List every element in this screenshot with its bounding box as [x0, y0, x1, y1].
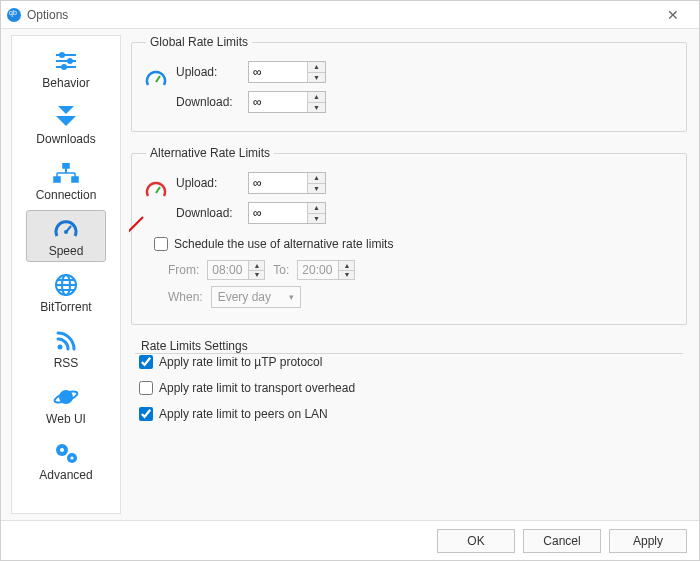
sidebar-item-label: Speed	[49, 244, 84, 258]
spin-up-icon[interactable]: ▲	[308, 203, 325, 214]
chevron-down-icon: ▾	[289, 292, 294, 302]
spin-down-icon[interactable]: ▼	[308, 214, 325, 224]
lan-label: Apply rate limit to peers on LAN	[159, 407, 328, 421]
alt-download-input[interactable]: ▲▼	[248, 202, 326, 224]
svg-line-31	[156, 76, 160, 82]
svg-point-3	[60, 53, 64, 57]
when-select: Every day ▾	[211, 286, 301, 308]
network-icon	[53, 160, 79, 186]
spin-down-icon: ▼	[339, 271, 354, 280]
svg-marker-7	[56, 116, 76, 126]
app-icon	[7, 8, 21, 22]
svg-rect-8	[63, 163, 69, 168]
when-value: Every day	[218, 290, 271, 304]
sidebar-item-label: Connection	[36, 188, 97, 202]
sidebar-item-connection[interactable]: Connection	[26, 154, 106, 206]
options-window: Options ✕ Behavior Downloads Con	[0, 0, 700, 561]
close-button[interactable]: ✕	[653, 7, 693, 23]
to-time-input: ▲▼	[297, 260, 355, 280]
sidebar-item-label: Web UI	[46, 412, 86, 426]
rss-icon	[55, 328, 77, 354]
window-title: Options	[27, 8, 653, 22]
to-label: To:	[273, 263, 289, 277]
download-label: Download:	[176, 206, 248, 220]
sidebar-item-rss[interactable]: RSS	[26, 322, 106, 374]
alt-upload-value[interactable]	[249, 173, 307, 193]
upload-label: Upload:	[176, 176, 248, 190]
planet-icon	[53, 384, 79, 410]
spin-up-icon: ▲	[249, 261, 264, 271]
sliders-icon	[54, 48, 78, 74]
gauge-red-icon	[144, 168, 168, 212]
sidebar-item-label: RSS	[54, 356, 79, 370]
sidebar-item-label: Behavior	[42, 76, 89, 90]
cancel-button[interactable]: Cancel	[523, 529, 601, 553]
schedule-checkbox[interactable]	[154, 237, 168, 251]
spin-down-icon[interactable]: ▼	[308, 103, 325, 113]
from-time-value	[208, 261, 248, 279]
to-time-value	[298, 261, 338, 279]
svg-point-26	[60, 448, 64, 452]
alt-download-value[interactable]	[249, 203, 307, 223]
global-download-value[interactable]	[249, 92, 307, 112]
sidebar-item-advanced[interactable]: Advanced	[26, 434, 106, 486]
overhead-checkbox[interactable]	[139, 381, 153, 395]
svg-rect-10	[72, 177, 78, 182]
from-label: From:	[168, 263, 199, 277]
spin-up-icon[interactable]: ▲	[308, 62, 325, 73]
utp-label: Apply rate limit to µTP protocol	[159, 355, 322, 369]
when-label: When:	[168, 290, 203, 304]
overhead-label: Apply rate limit to transport overhead	[159, 381, 355, 395]
global-download-input[interactable]: ▲▼	[248, 91, 326, 113]
sidebar-item-label: Downloads	[36, 132, 95, 146]
alt-upload-input[interactable]: ▲▼	[248, 172, 326, 194]
footer: OK Cancel Apply	[1, 520, 699, 560]
speed-panel: Global Rate Limits Upload: ▲▼	[129, 35, 689, 514]
spin-up-icon[interactable]: ▲	[308, 173, 325, 184]
svg-point-22	[58, 345, 63, 350]
download-icon	[54, 104, 78, 130]
ok-button[interactable]: OK	[437, 529, 515, 553]
svg-rect-9	[54, 177, 60, 182]
spin-down-icon: ▼	[249, 271, 264, 280]
sidebar-item-behavior[interactable]: Behavior	[26, 42, 106, 94]
sidebar-item-webui[interactable]: Web UI	[26, 378, 106, 430]
schedule-label: Schedule the use of alternative rate lim…	[174, 237, 393, 251]
sidebar-item-bittorrent[interactable]: BitTorrent	[26, 266, 106, 318]
speedometer-icon	[54, 216, 78, 242]
sidebar-item-label: Advanced	[39, 468, 92, 482]
from-time-input: ▲▼	[207, 260, 265, 280]
group-rate-limits-settings: Rate Limits Settings Apply rate limit to…	[131, 339, 687, 430]
svg-marker-6	[58, 106, 74, 114]
sidebar-item-label: BitTorrent	[40, 300, 91, 314]
svg-point-16	[64, 230, 68, 234]
spin-down-icon[interactable]: ▼	[308, 184, 325, 194]
svg-point-5	[62, 65, 66, 69]
spin-up-icon: ▲	[339, 261, 354, 271]
gears-icon	[53, 440, 79, 466]
group-alternative-rate-limits: Alternative Rate Limits Upload: ▲▼	[131, 146, 687, 325]
global-upload-value[interactable]	[249, 62, 307, 82]
globe-icon	[54, 272, 78, 298]
svg-point-28	[70, 456, 73, 459]
svg-point-4	[68, 59, 72, 63]
global-upload-input[interactable]: ▲▼	[248, 61, 326, 83]
titlebar: Options ✕	[1, 1, 699, 29]
sidebar: Behavior Downloads Connection Speed	[11, 35, 121, 514]
body: Behavior Downloads Connection Speed	[1, 29, 699, 520]
sidebar-item-downloads[interactable]: Downloads	[26, 98, 106, 150]
sidebar-item-speed[interactable]: Speed	[26, 210, 106, 262]
svg-line-32	[156, 187, 160, 193]
utp-checkbox[interactable]	[139, 355, 153, 369]
spin-up-icon[interactable]: ▲	[308, 92, 325, 103]
upload-label: Upload:	[176, 65, 248, 79]
group-legend: Global Rate Limits	[146, 35, 252, 49]
group-legend: Rate Limits Settings	[137, 339, 252, 353]
apply-button[interactable]: Apply	[609, 529, 687, 553]
download-label: Download:	[176, 95, 248, 109]
gauge-blue-icon	[144, 57, 168, 101]
lan-checkbox[interactable]	[139, 407, 153, 421]
group-legend: Alternative Rate Limits	[146, 146, 274, 160]
spin-down-icon[interactable]: ▼	[308, 73, 325, 83]
group-global-rate-limits: Global Rate Limits Upload: ▲▼	[131, 35, 687, 132]
